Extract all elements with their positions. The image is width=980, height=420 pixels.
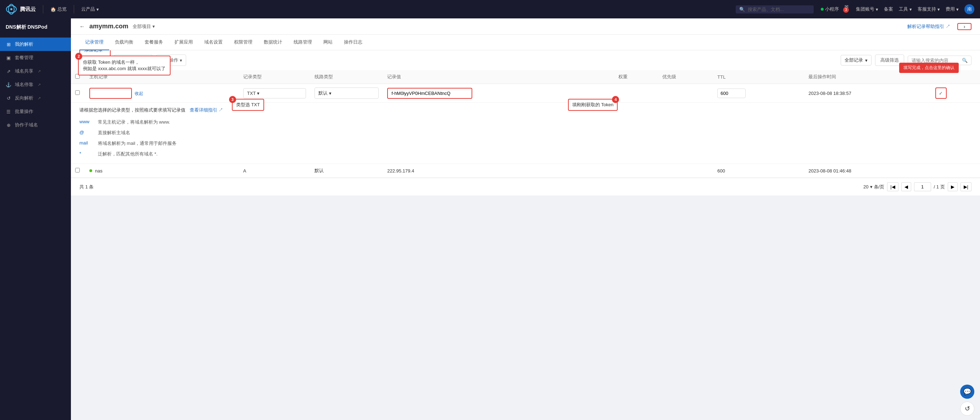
tab-operation-log[interactable]: 操作日志 xyxy=(338,35,368,50)
help-row: 请根据您选择的记录类型，按照格式要求填写记录值 查看详细指引 ↗ www 常见主… xyxy=(71,103,980,164)
form-ttl-cell[interactable] xyxy=(713,84,804,103)
next-page-button[interactable]: ▶ xyxy=(948,182,958,191)
host-with-status: nas xyxy=(89,168,235,174)
chevron-down-icon: ▾ xyxy=(876,7,878,12)
th-value: 记录值 xyxy=(383,70,614,84)
total-pages: / 1 页 xyxy=(934,184,945,190)
chevron-down-icon: ▾ xyxy=(180,58,182,63)
refresh-icon: ↺ xyxy=(6,95,11,101)
message-nav[interactable]: ✉ 3 xyxy=(845,4,850,15)
form-host-cell[interactable]: 2 你获取 Token 的域名一样， 例如是 xxxx.abc.com 就填 x… xyxy=(85,84,239,103)
ttl-input[interactable] xyxy=(717,89,746,98)
mini-program-nav[interactable]: 小程序 xyxy=(821,6,839,13)
page-size-selector[interactable]: 20 ▾ 条/页 xyxy=(863,184,884,190)
row-priority-cell xyxy=(658,164,713,178)
nav-account[interactable]: 集团账号 ▾ xyxy=(856,6,878,13)
pagination-bar: 共 1 条 20 ▾ 条/页 |◀ ◀ / 1 页 ▶ ▶| 💬 xyxy=(71,178,980,195)
top-nav-right-section: 小程序 ✉ 3 集团账号 ▾ 备案 工具 ▾ 客服支持 ▾ 费用 ▾ 南 xyxy=(821,4,974,15)
sidebar-item-domain-park[interactable]: ⚓ 域名停靠 ↗ xyxy=(0,78,71,91)
search-icon: 🔍 xyxy=(962,58,967,63)
current-page-input[interactable] xyxy=(914,182,931,191)
sidebar-item-domain-share[interactable]: ⇗ 域名共享 ↗ xyxy=(0,65,71,78)
user-avatar[interactable]: 南 xyxy=(964,4,974,14)
tab-package-service[interactable]: 套餐服务 xyxy=(139,35,169,50)
record-search-input[interactable] xyxy=(912,58,960,63)
help-key-mail: mail xyxy=(80,140,94,147)
logo-text: 腾讯云 xyxy=(20,6,36,13)
form-confirm-cell[interactable]: 填写完成，点击这里的确认 ✓ xyxy=(931,84,980,103)
sidebar-item-my-dns[interactable]: ⊞ 我的解析 xyxy=(0,38,71,51)
all-records-filter[interactable]: 全部记录 ▾ xyxy=(841,55,872,65)
nav-support[interactable]: 客服支持 ▾ xyxy=(918,6,940,13)
chevron-down-icon: ▾ xyxy=(96,7,99,12)
th-ttl: TTL xyxy=(713,70,804,84)
first-page-button[interactable]: |◀ xyxy=(887,182,898,191)
row-ttl-cell: 600 xyxy=(713,164,804,178)
row-checkbox[interactable] xyxy=(75,168,80,173)
host-value: nas xyxy=(95,168,102,174)
tab-data-stats[interactable]: 数据统计 xyxy=(258,35,288,50)
form-value-cell[interactable]: 填刚刚获取的 Token 4 xyxy=(383,84,614,103)
add-record-form-row: 2 你获取 Token 的域名一样， 例如是 xxxx.abc.com 就填 x… xyxy=(71,84,980,103)
tab-domain-settings[interactable]: 域名设置 xyxy=(199,35,228,50)
last-page-button[interactable]: ▶| xyxy=(961,182,972,191)
search-icon: 🔍 xyxy=(739,7,745,12)
help-link[interactable]: 解析记录帮助指引 ↗ xyxy=(907,23,950,30)
confirm-button[interactable]: ✓ xyxy=(935,87,947,99)
tab-ext-app[interactable]: 扩展应用 xyxy=(169,35,199,50)
nav-filing[interactable]: 备案 xyxy=(884,6,893,13)
chevron-down-icon: ▾ xyxy=(937,7,940,12)
line-select[interactable]: 默认 ▾ xyxy=(315,87,379,99)
tab-line-management[interactable]: 线路管理 xyxy=(288,35,318,50)
help-detail-link[interactable]: 查看详细指引 ↗ xyxy=(190,107,223,113)
sidebar-item-label: 套餐管理 xyxy=(15,54,33,61)
sidebar-item-subdomain[interactable]: ⊕ 协作子域名 xyxy=(0,118,71,132)
chevron-down-icon: ▾ xyxy=(257,91,259,96)
nav-tools[interactable]: 工具 ▾ xyxy=(899,6,912,13)
global-search[interactable]: 🔍 xyxy=(736,5,814,13)
sidebar-item-package[interactable]: ▣ 套餐管理 xyxy=(0,51,71,65)
chevron-right-icon: › xyxy=(964,24,966,29)
form-type-cell[interactable]: 3 类型选 TXT TXT ▾ xyxy=(239,84,310,103)
project-selector[interactable]: 全部项目 ▾ xyxy=(133,23,155,30)
home-icon: 🏠 xyxy=(50,7,56,12)
sidebar-brand: DNS解析 DNSPod xyxy=(6,24,65,30)
collapse-link[interactable]: 收起 xyxy=(135,91,143,96)
row-checkbox-cell[interactable] xyxy=(71,164,85,178)
annotation-3-box: 3 类型选 TXT xyxy=(232,99,264,111)
toolbar-section: 1 点击添加记录 添加记录 快速添加解析 批量操作 ▾ 全部记录 xyxy=(71,50,980,70)
search-input[interactable] xyxy=(748,7,810,12)
th-priority: 优先级 xyxy=(658,70,713,84)
sidebar-item-label: 批量操作 xyxy=(15,108,33,115)
nav-overview[interactable]: 🏠 总览 xyxy=(50,6,67,13)
sidebar-item-label: 域名停靠 xyxy=(15,81,33,88)
form-row-checkbox[interactable] xyxy=(75,90,80,95)
tencent-cloud-logo-icon xyxy=(6,3,17,15)
back-button[interactable]: ← xyxy=(80,23,85,30)
sidebar-item-reverse-dns[interactable]: ↺ 反向解析 ↗ xyxy=(0,91,71,105)
host-input[interactable] xyxy=(89,88,132,99)
prev-page-button[interactable]: ◀ xyxy=(901,182,911,191)
refresh-button[interactable]: ↺ xyxy=(960,402,974,416)
tab-permission[interactable]: 权限管理 xyxy=(228,35,258,50)
nav-cloud-products[interactable]: 云产品 ▾ xyxy=(81,6,99,13)
record-type-select[interactable]: TXT ▾ xyxy=(243,88,306,98)
table-header-row: 主机记录 记录类型 线路类型 记录值 xyxy=(71,70,980,84)
tab-record-management[interactable]: 记录管理 xyxy=(80,35,109,50)
form-checkbox-cell xyxy=(71,84,85,103)
help-title: 请根据您选择的记录类型，按照格式要求填写记录值 查看详细指引 ↗ xyxy=(80,107,972,113)
sidebar-item-batch-op[interactable]: ☰ 批量操作 xyxy=(0,105,71,118)
nav-billing[interactable]: 费用 ▾ xyxy=(946,6,959,13)
chat-button[interactable]: 💬 xyxy=(960,385,974,399)
tab-load-balance[interactable]: 负载均衡 xyxy=(109,35,139,50)
th-type: 记录类型 xyxy=(239,70,310,84)
app-layout: DNS解析 DNSPod ⊞ 我的解析 ▣ 套餐管理 ⇗ 域名共享 ↗ ⚓ 域名… xyxy=(0,18,980,420)
form-last-op-cell: 2023-08-08 18:38:57 xyxy=(804,84,931,103)
help-expand-button[interactable]: › xyxy=(957,23,972,30)
help-item-mail: mail 将域名解析为 mail，通常用于邮件服务 xyxy=(80,138,972,149)
tab-website[interactable]: 网站 xyxy=(318,35,338,50)
form-line-cell[interactable]: 默认 ▾ xyxy=(310,84,383,103)
main-content: ← amymm.com 全部项目 ▾ 解析记录帮助指引 ↗ › 记录管理 负载均… xyxy=(71,18,980,420)
record-value-input[interactable] xyxy=(387,88,472,99)
help-key-at: @ xyxy=(80,130,94,136)
